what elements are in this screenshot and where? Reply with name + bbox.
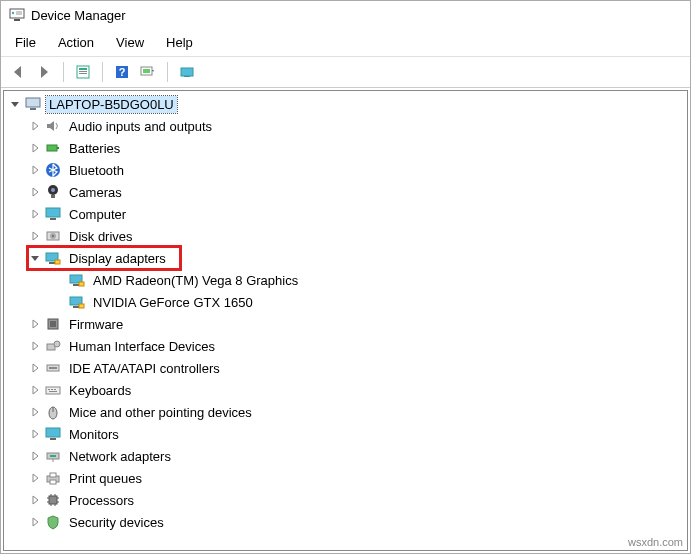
expander-icon[interactable]	[28, 405, 42, 419]
svg-rect-32	[79, 282, 84, 286]
tree-node-firmware[interactable]: Firmware	[6, 313, 687, 335]
tree-root-node[interactable]: LAPTOP-B5DGO0LU	[6, 93, 687, 115]
svg-rect-1	[14, 19, 20, 21]
svg-rect-45	[54, 389, 56, 390]
tree-node-label: AMD Radeon(TM) Vega 8 Graphics	[90, 272, 301, 289]
tree-node-computer[interactable]: Computer	[6, 203, 687, 225]
watermark: wsxdn.com	[628, 536, 683, 548]
tree-node-cameras[interactable]: Cameras	[6, 181, 687, 203]
tree-node-print[interactable]: Print queues	[6, 467, 687, 489]
expander-icon[interactable]	[28, 317, 42, 331]
expander-icon[interactable]	[28, 251, 42, 265]
tree-node-amd-radeon[interactable]: AMD Radeon(TM) Vega 8 Graphics	[6, 269, 687, 291]
svg-rect-29	[55, 260, 60, 264]
nav-forward-button[interactable]	[33, 61, 55, 83]
tree-node-display-adapters[interactable]: Display adapters	[28, 247, 180, 269]
display-adapter-icon	[68, 293, 86, 311]
expander-icon[interactable]	[28, 141, 42, 155]
svg-point-26	[52, 235, 54, 237]
tree-node-label: Print queues	[66, 470, 145, 487]
svg-rect-57	[49, 496, 57, 504]
battery-icon	[44, 139, 62, 157]
svg-point-20	[51, 188, 55, 192]
tree-node-label: Audio inputs and outputs	[66, 118, 215, 135]
monitor-icon	[44, 205, 62, 223]
tree-node-audio[interactable]: Audio inputs and outputs	[6, 115, 687, 137]
chip-icon	[44, 315, 62, 333]
svg-rect-13	[184, 76, 190, 77]
tree-node-label: LAPTOP-B5DGO0LU	[46, 96, 177, 113]
tree-node-label: Computer	[66, 206, 129, 223]
expander-icon[interactable]	[28, 383, 42, 397]
svg-rect-5	[79, 68, 87, 70]
svg-rect-46	[49, 391, 57, 392]
expander-icon[interactable]	[28, 229, 42, 243]
tree-node-batteries[interactable]: Batteries	[6, 137, 687, 159]
toolbar-separator	[63, 62, 64, 82]
toolbar-separator	[102, 62, 103, 82]
menu-file[interactable]: File	[5, 31, 46, 54]
show-hidden-button[interactable]	[176, 61, 198, 83]
svg-rect-34	[73, 306, 79, 308]
tree-node-ide[interactable]: IDE ATA/ATAPI controllers	[6, 357, 687, 379]
tree-node-label: Mice and other pointing devices	[66, 404, 255, 421]
hid-icon	[44, 337, 62, 355]
svg-rect-3	[16, 11, 22, 15]
nav-back-button[interactable]	[7, 61, 29, 83]
expander-icon[interactable]	[8, 97, 22, 111]
expander-icon[interactable]	[28, 163, 42, 177]
expander-icon[interactable]	[28, 471, 42, 485]
tree-node-label: Processors	[66, 492, 137, 509]
tree-node-mice[interactable]: Mice and other pointing devices	[6, 401, 687, 423]
svg-rect-23	[50, 218, 56, 220]
tree-node-disk[interactable]: Disk drives	[6, 225, 687, 247]
properties-button[interactable]	[72, 61, 94, 83]
svg-rect-43	[48, 389, 50, 390]
tree-node-label: Human Interface Devices	[66, 338, 218, 355]
svg-rect-14	[26, 98, 40, 107]
expander-icon[interactable]	[28, 119, 42, 133]
tree-node-hid[interactable]: Human Interface Devices	[6, 335, 687, 357]
tree-node-label: Cameras	[66, 184, 125, 201]
scan-button[interactable]	[137, 61, 159, 83]
bluetooth-icon	[44, 161, 62, 179]
tree-node-monitors[interactable]: Monitors	[6, 423, 687, 445]
svg-rect-12	[181, 68, 193, 76]
tree-node-label: Keyboards	[66, 382, 134, 399]
menu-help[interactable]: Help	[156, 31, 203, 54]
expander-icon[interactable]	[28, 207, 42, 221]
camera-icon	[44, 183, 62, 201]
expander-icon[interactable]	[28, 427, 42, 441]
tree-node-nvidia[interactable]: NVIDIA GeForce GTX 1650	[6, 291, 687, 313]
expander-icon[interactable]	[28, 339, 42, 353]
expander-icon[interactable]	[28, 449, 42, 463]
tree-node-security[interactable]: Security devices	[6, 511, 687, 533]
tree-node-label: Network adapters	[66, 448, 174, 465]
tree-node-label: Monitors	[66, 426, 122, 443]
svg-rect-41	[49, 367, 57, 369]
expander-icon[interactable]	[28, 493, 42, 507]
svg-rect-50	[50, 438, 56, 440]
expander-icon[interactable]	[28, 185, 42, 199]
titlebar: Device Manager	[1, 1, 690, 29]
device-tree[interactable]: LAPTOP-B5DGO0LU Audio inputs and outputs…	[3, 90, 688, 551]
menu-action[interactable]: Action	[48, 31, 104, 54]
tree-node-bluetooth[interactable]: Bluetooth	[6, 159, 687, 181]
svg-rect-16	[47, 145, 57, 151]
tree-node-label: Disk drives	[66, 228, 136, 245]
expander-icon[interactable]	[28, 515, 42, 529]
processor-icon	[44, 491, 62, 509]
svg-rect-35	[79, 304, 84, 308]
tree-node-processors[interactable]: Processors	[6, 489, 687, 511]
svg-rect-56	[50, 480, 56, 484]
window-title: Device Manager	[31, 8, 126, 23]
tree-node-keyboards[interactable]: Keyboards	[6, 379, 687, 401]
svg-rect-28	[49, 262, 55, 264]
expander-icon[interactable]	[28, 361, 42, 375]
svg-rect-11	[143, 69, 150, 73]
svg-point-2	[12, 12, 14, 14]
help-button[interactable]: ?	[111, 61, 133, 83]
menu-view[interactable]: View	[106, 31, 154, 54]
tree-node-label: Security devices	[66, 514, 167, 531]
tree-node-network[interactable]: Network adapters	[6, 445, 687, 467]
